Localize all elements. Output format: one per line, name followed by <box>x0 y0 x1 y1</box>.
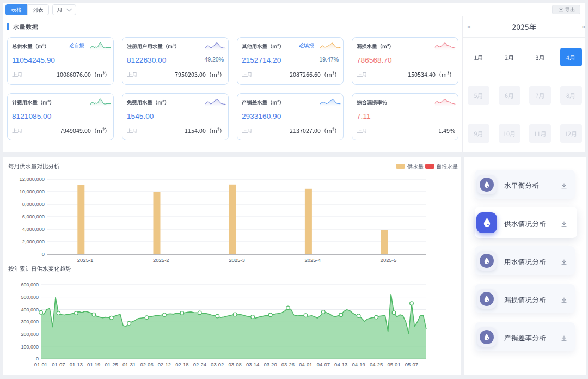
svg-text:500,000: 500,000 <box>21 295 39 300</box>
svg-text:02-18: 02-18 <box>175 362 188 368</box>
svg-text:04-19: 04-19 <box>352 362 365 368</box>
svg-text:2025-2: 2025-2 <box>153 257 169 263</box>
svg-text:05-07: 05-07 <box>405 362 418 368</box>
svg-text:8121085.00: 8121085.00 <box>12 112 52 120</box>
svg-text:02-12: 02-12 <box>158 362 171 368</box>
svg-text:19.47%: 19.47% <box>319 56 339 63</box>
svg-text:04-25: 04-25 <box>370 362 383 368</box>
svg-text:8,000,000: 8,000,000 <box>22 201 45 207</box>
svg-text:7.11: 7.11 <box>357 112 371 120</box>
svg-text:03-08: 03-08 <box>229 362 242 368</box>
svg-text:01-01: 01-01 <box>34 362 47 368</box>
svg-text:4,000,000: 4,000,000 <box>22 227 45 232</box>
svg-text:02-06: 02-06 <box>140 362 153 368</box>
svg-text:03-26: 03-26 <box>281 362 295 368</box>
svg-text:03-20: 03-20 <box>264 362 277 368</box>
svg-text:2025-5: 2025-5 <box>381 257 397 263</box>
svg-text:04-07: 04-07 <box>317 362 330 368</box>
svg-text:11054245.90: 11054245.90 <box>12 56 55 64</box>
svg-text:10,000,000: 10,000,000 <box>19 189 45 194</box>
svg-text:02-24: 02-24 <box>193 362 206 368</box>
svg-text:200,000: 200,000 <box>21 332 39 337</box>
svg-text:2152714.20: 2152714.20 <box>242 56 281 64</box>
svg-text:2025-3: 2025-3 <box>229 257 245 263</box>
svg-text:300,000: 300,000 <box>21 319 39 325</box>
svg-text:786568.70: 786568.70 <box>357 56 392 64</box>
svg-text:49.20%: 49.20% <box>204 56 224 63</box>
svg-text:01-19: 01-19 <box>87 362 100 368</box>
svg-text:03-02: 03-02 <box>211 362 224 368</box>
svg-text:01-31: 01-31 <box>122 362 136 368</box>
svg-text:04-01: 04-01 <box>299 362 312 368</box>
svg-text:12,000,000: 12,000,000 <box>19 176 45 182</box>
svg-text:2933160.90: 2933160.90 <box>242 112 281 120</box>
svg-text:6,000,000: 6,000,000 <box>22 214 45 219</box>
svg-text:2,000,000: 2,000,000 <box>22 239 45 244</box>
svg-text:100,000: 100,000 <box>21 344 39 350</box>
svg-text:2025-4: 2025-4 <box>304 257 321 263</box>
svg-text:600,000: 600,000 <box>21 282 39 288</box>
svg-text:»: » <box>581 22 585 30</box>
svg-text:01-07: 01-07 <box>52 362 65 368</box>
svg-text:03-14: 03-14 <box>246 362 259 368</box>
svg-text:05-01: 05-01 <box>387 362 400 368</box>
svg-text:1545.00: 1545.00 <box>127 112 154 120</box>
svg-text:«: « <box>467 22 471 30</box>
svg-text:01-25: 01-25 <box>105 362 118 368</box>
svg-text:400,000: 400,000 <box>21 307 39 313</box>
svg-text:01-13: 01-13 <box>70 362 83 368</box>
svg-text:8122630.00: 8122630.00 <box>127 56 167 64</box>
svg-text:04-13: 04-13 <box>334 362 347 368</box>
svg-text:0: 0 <box>42 252 45 257</box>
svg-text:2025-1: 2025-1 <box>77 257 94 263</box>
